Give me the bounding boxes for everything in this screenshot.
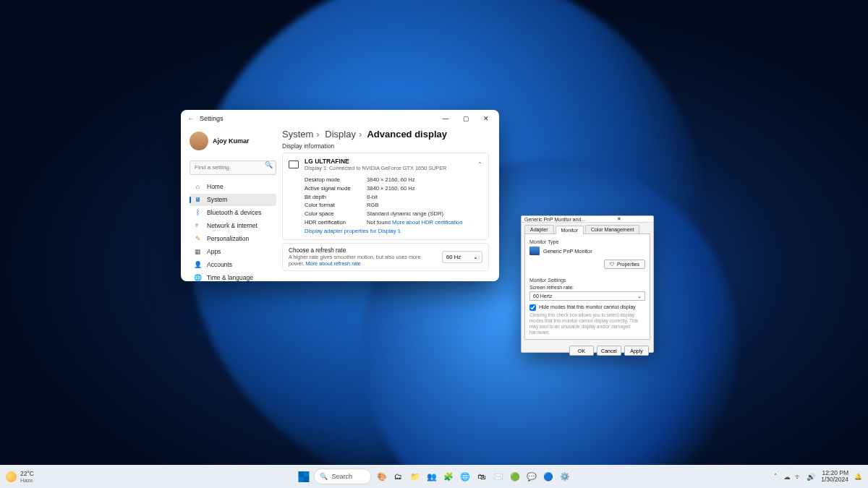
avatar <box>190 132 208 150</box>
crumb-system[interactable]: System <box>282 129 313 140</box>
weather-widget[interactable]: 22°C Haze <box>6 470 34 484</box>
chrome-icon[interactable]: 🟢 <box>509 470 522 483</box>
tab-adapter[interactable]: Adapter <box>524 225 554 234</box>
nav-home[interactable]: ⌂Home <box>190 181 276 193</box>
nav-accounts[interactable]: 👤Accounts <box>190 259 276 271</box>
taskbar-search[interactable]: 🔍Search <box>313 468 371 484</box>
clock[interactable]: 12:20 PM 1/30/2024 <box>821 470 848 483</box>
settings-sidebar: Ajoy Kumar 🔍 ⌂Home 🖥System ᛒBluetooth & … <box>181 127 281 281</box>
edge-icon[interactable]: 🌐 <box>459 470 472 483</box>
home-icon: ⌂ <box>194 183 202 191</box>
refresh-title: Choose a refresh rate <box>289 247 436 254</box>
nav-system[interactable]: 🖥System <box>190 194 276 206</box>
refresh-rate-select[interactable]: 60 Hertz⌄ <box>529 291 645 301</box>
brush-icon: ✎ <box>194 235 202 243</box>
monitor-properties-window: Generic PnP Monitor and NVIDIA GeForce G… <box>521 215 654 353</box>
row-bit-depth: Bit depth8-bit <box>305 193 482 202</box>
adapter-properties-link[interactable]: Display adapter properties for Display 1 <box>305 227 401 236</box>
nav-bluetooth[interactable]: ᛒBluetooth & devices <box>190 207 276 219</box>
settings-content: System› Display› Advanced display Displa… <box>281 127 499 281</box>
props-tabs: Adapter Monitor Color Management <box>522 223 653 234</box>
accounts-icon: 👤 <box>194 261 202 269</box>
apply-button[interactable]: Apply <box>624 346 649 356</box>
bluetooth-icon: ᛒ <box>194 209 202 217</box>
hdr-link[interactable]: More about HDR certification <box>392 219 463 226</box>
wifi-icon[interactable]: ᯤ <box>795 473 802 481</box>
row-color-format: Color formatRGB <box>305 201 482 210</box>
row-color-space: Color spaceStandard dynamic range (SDR) <box>305 210 482 218</box>
props-title: Generic PnP Monitor and NVIDIA GeForce G… <box>524 217 587 222</box>
notifications-icon[interactable]: 🔔 <box>854 473 862 480</box>
row-active-signal: Active signal mode3840 × 2160, 60 Hz <box>305 184 482 193</box>
display-sub: Display 1: Connected to NVIDIA GeForce G… <box>305 165 472 171</box>
monitor-icon <box>529 247 540 255</box>
properties-button[interactable]: 🛡Properties <box>604 260 645 269</box>
monitor-type-label: Monitor Type <box>529 239 645 244</box>
tray-expand[interactable]: ˄ <box>774 473 778 480</box>
globe-icon: 🌐 <box>194 274 202 282</box>
taskbar-icon[interactable]: 🧩 <box>442 470 455 483</box>
weather-cond: Haze <box>20 477 34 484</box>
chevron-down-icon: ⌄ <box>473 254 478 260</box>
crumb-display[interactable]: Display <box>325 129 356 140</box>
monitor-icon <box>289 160 299 168</box>
task-view-button[interactable]: 🗂 <box>392 470 405 483</box>
crumb-current: Advanced display <box>367 129 447 140</box>
wifi-icon: ᯤ <box>194 222 202 230</box>
store-icon[interactable]: 🛍 <box>475 470 488 483</box>
row-hdr: HDR certificationNot found More about HD… <box>305 218 482 227</box>
breadcrumb: System› Display› Advanced display <box>282 129 489 140</box>
settings-window: ← Settings ― ▢ ✕ Ajoy Kumar 🔍 ⌂Home 🖥Sys… <box>181 110 499 281</box>
ok-button[interactable]: OK <box>569 346 594 356</box>
search-icon: 🔍 <box>265 161 273 168</box>
teams-icon[interactable]: 👥 <box>425 470 438 483</box>
taskbar-icon[interactable]: 🎨 <box>375 470 388 483</box>
start-button[interactable] <box>297 470 310 483</box>
row-desktop-mode: Desktop mode3840 × 2160, 60 Hz <box>305 176 482 184</box>
hide-modes-checkbox[interactable]: Hide modes that this monitor cannot disp… <box>529 304 645 311</box>
display-card[interactable]: LG ULTRAFINE Display 1: Connected to NVI… <box>282 153 489 240</box>
onedrive-icon[interactable]: ☁ <box>783 473 791 481</box>
cancel-button[interactable]: Cancel <box>597 346 621 356</box>
search-icon: 🔍 <box>320 473 328 480</box>
user-block[interactable]: Ajoy Kumar <box>190 132 276 150</box>
minimize-button[interactable]: ― <box>435 111 456 126</box>
whatsapp-icon[interactable]: 💬 <box>525 470 538 483</box>
close-button[interactable]: ✕ <box>587 216 650 222</box>
volume-icon[interactable]: 🔊 <box>807 473 815 481</box>
monitor-settings-label: Monitor Settings <box>529 278 645 283</box>
apps-icon: ▦ <box>194 248 202 256</box>
monitor-name: Generic PnP Monitor <box>543 248 592 254</box>
taskbar-icon[interactable]: 🔵 <box>542 470 555 483</box>
nav-personalization[interactable]: ✎Personalization <box>190 233 276 245</box>
settings-icon[interactable]: ⚙️ <box>558 470 571 483</box>
refresh-rate-label: Screen refresh rate: <box>529 285 645 290</box>
refresh-rate-card: Choose a refresh rate A higher rate give… <box>282 243 489 271</box>
chevron-down-icon: ⌄ <box>637 294 642 299</box>
settings-title: Settings <box>198 115 224 122</box>
tab-color[interactable]: Color Management <box>585 225 640 234</box>
refresh-more-link[interactable]: More about refresh rate <box>306 260 361 267</box>
props-titlebar: Generic PnP Monitor and NVIDIA GeForce G… <box>522 216 653 223</box>
settings-titlebar: ← Settings ― ▢ ✕ <box>181 110 499 127</box>
close-button[interactable]: ✕ <box>476 111 496 126</box>
back-button[interactable]: ← <box>184 115 198 122</box>
nav-network[interactable]: ᯤNetwork & internet <box>190 220 276 232</box>
chevron-up-icon: ⌃ <box>477 161 482 168</box>
windows-icon <box>298 471 309 482</box>
mail-icon[interactable]: ✉️ <box>492 470 505 483</box>
taskbar: 22°C Haze 🔍Search 🎨 🗂 📁 👥 🧩 🌐 🛍 ✉️ 🟢 💬 🔵… <box>0 465 868 488</box>
weather-temp: 22°C <box>20 470 34 477</box>
explorer-icon[interactable]: 📁 <box>409 470 422 483</box>
nav-time[interactable]: 🌐Time & language <box>190 272 276 282</box>
nav-apps[interactable]: ▦Apps <box>190 246 276 258</box>
hide-modes-hint: Clearing this check box allows you to se… <box>529 312 645 335</box>
tab-monitor[interactable]: Monitor <box>556 226 584 234</box>
refresh-rate-dropdown[interactable]: 60 Hz⌄ <box>442 251 482 263</box>
weather-icon <box>6 471 17 482</box>
search-input[interactable] <box>190 160 276 175</box>
section-title: Display information <box>282 142 489 150</box>
display-name: LG ULTRAFINE <box>305 158 472 165</box>
maximize-button[interactable]: ▢ <box>456 111 476 126</box>
system-icon: 🖥 <box>194 196 202 204</box>
